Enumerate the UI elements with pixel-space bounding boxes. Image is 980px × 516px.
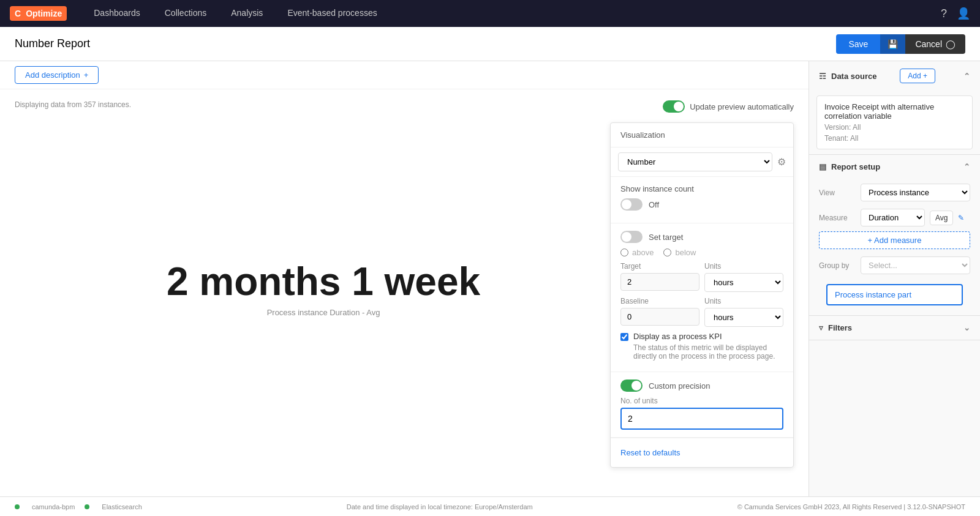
filter-icon: ▿ — [819, 323, 823, 332]
big-number-subtitle: Process instance Duration - Avg — [167, 308, 480, 317]
kpi-desc: The status of this metric will be displa… — [633, 343, 783, 361]
nav-item-analysis[interactable]: Analysis — [219, 0, 275, 27]
target-units-group: Units hours minutes days weeks months — [704, 262, 783, 292]
below-radio-label[interactable]: below — [663, 248, 696, 257]
show-instance-count-section: Show instance count Off — [611, 177, 793, 223]
data-source-version: Version: All — [824, 123, 965, 132]
set-target-label: Set target — [649, 233, 683, 242]
nav-item-collections[interactable]: Collections — [153, 0, 219, 27]
footer-copyright: © Camunda Services GmbH 2023, All Rights… — [737, 503, 965, 510]
process-instance-part-button[interactable]: Process instance part — [826, 284, 963, 305]
report-title-input[interactable] — [15, 37, 836, 50]
footer-timezone: Date and time displayed in local timezon… — [142, 503, 737, 510]
auto-update-toggle[interactable] — [663, 100, 685, 113]
above-radio[interactable] — [620, 249, 628, 256]
target-value-group: Target — [620, 262, 699, 292]
filters-chevron-icon: ⌄ — [963, 323, 970, 332]
top-navigation: C Optimize Dashboards Collections Analys… — [0, 0, 980, 27]
set-target-section: Set target above below Target — [611, 223, 793, 372]
filters-header[interactable]: ▿ Filters ⌄ — [809, 316, 980, 340]
group-by-select[interactable]: Select... — [861, 256, 970, 274]
report-setup-label: Report setup — [831, 162, 880, 171]
baseline-input-row: Baseline Units hours minutes days weeks … — [620, 297, 783, 327]
above-radio-label[interactable]: above — [620, 248, 654, 257]
auto-update-label: Update preview automatically — [690, 102, 794, 111]
measure-label: Measure — [819, 214, 856, 222]
viz-panel-header: Visualization — [611, 123, 793, 148]
help-icon[interactable]: ? — [941, 7, 947, 20]
edit-aggregation-icon[interactable]: ✎ — [958, 214, 964, 222]
custom-precision-section: Custom precision No. of units — [611, 372, 793, 438]
precision-toggle-row: Custom precision — [620, 380, 783, 392]
status-dot-2 — [85, 504, 89, 509]
add-data-source-button[interactable]: Add + — [900, 69, 935, 83]
aggregation-button[interactable]: Avg — [930, 211, 953, 225]
group-by-label: Group by — [819, 261, 856, 270]
target-label: Target — [620, 262, 699, 271]
no-units-input[interactable] — [620, 408, 783, 430]
measure-row: Measure Duration Frequency Percentage Av… — [819, 209, 970, 226]
data-source-tenant: Tenant: All — [824, 134, 965, 143]
measure-select[interactable]: Duration Frequency Percentage — [861, 209, 925, 226]
save-icon-button[interactable]: 💾 — [880, 34, 905, 54]
header-actions: Save 💾 Cancel ◯ — [836, 34, 965, 54]
data-source-name: Invoice Receipt with alternative correla… — [824, 102, 965, 121]
report-header: Save 💾 Cancel ◯ — [0, 27, 980, 61]
visualization-type-select[interactable]: Number Bar chart Line chart Pie chart Ta… — [618, 152, 772, 171]
target-value-input[interactable] — [620, 273, 699, 291]
target-units-select[interactable]: hours minutes days weeks months — [704, 273, 783, 292]
add-measure-button[interactable]: + Add measure — [819, 231, 970, 249]
data-source-section: ☶ Data source Add + ⌃ Invoice Receipt wi… — [809, 61, 980, 155]
app-footer: camunda-bpm Elasticsearch Date and time … — [0, 496, 980, 516]
data-source-chevron-icon: ⌃ — [963, 72, 970, 81]
data-source-card: Invoice Receipt with alternative correla… — [816, 95, 973, 149]
view-select[interactable]: Process instance Flow node User task Var… — [861, 184, 970, 201]
group-by-row: Group by Select... — [819, 256, 970, 274]
view-label: View — [819, 189, 856, 197]
reset-defaults-button[interactable]: Reset to defaults — [620, 443, 783, 462]
baseline-value-input[interactable] — [620, 308, 699, 326]
show-instance-count-toggle[interactable] — [620, 198, 643, 211]
report-setup-content: View Process instance Flow node User tas… — [809, 179, 980, 315]
add-description-button[interactable]: Add description + — [15, 66, 99, 84]
visualization-panel: Visualization Number Bar chart Line char… — [610, 122, 794, 468]
save-button[interactable]: Save — [836, 34, 880, 54]
report-setup-chevron-icon: ⌃ — [963, 162, 970, 171]
baseline-units-select[interactable]: hours minutes days weeks months — [704, 308, 783, 327]
report-setup-header[interactable]: ▤ Report setup ⌃ — [809, 155, 980, 179]
big-number-display: 2 months 1 week Process instance Duratio… — [167, 260, 480, 317]
custom-precision-toggle[interactable] — [620, 380, 643, 392]
target-units-label: Units — [704, 262, 783, 271]
baseline-label: Baseline — [620, 297, 699, 305]
canvas-top-bar: Add description + — [0, 61, 809, 89]
nav-item-dashboards[interactable]: Dashboards — [81, 0, 153, 27]
right-panel: ☶ Data source Add + ⌃ Invoice Receipt wi… — [809, 61, 980, 516]
main-layout: Add description + Displaying data from 3… — [0, 61, 980, 516]
filters-label: Filters — [828, 323, 852, 332]
set-target-toggle[interactable] — [620, 231, 643, 243]
above-below-row: above below — [620, 248, 783, 257]
chart-icon: ▤ — [819, 162, 826, 171]
instances-info: Displaying data from 357 instances. — [15, 100, 131, 109]
below-radio[interactable] — [663, 249, 671, 256]
viz-settings-icon[interactable]: ⚙ — [777, 156, 786, 168]
no-units-label: No. of units — [620, 397, 783, 405]
view-row: View Process instance Flow node User tas… — [819, 184, 970, 201]
app-logo[interactable]: C Optimize — [10, 6, 67, 21]
show-instance-count-value: Off — [649, 200, 659, 209]
data-source-header[interactable]: ☶ Data source Add + ⌃ — [809, 61, 980, 91]
big-number-value: 2 months 1 week — [167, 260, 480, 303]
kpi-checkbox[interactable] — [620, 333, 628, 341]
user-icon[interactable]: 👤 — [957, 7, 970, 20]
database-icon: ☶ — [819, 72, 826, 81]
report-setup-section: ▤ Report setup ⌃ View Process instance F… — [809, 155, 980, 316]
status-label-2: Elasticsearch — [102, 503, 141, 510]
cancel-button[interactable]: Cancel ◯ — [905, 34, 965, 54]
auto-update-toggle-area: Update preview automatically — [663, 100, 794, 113]
nav-icons-group: ? 👤 — [941, 7, 970, 20]
target-input-row: Target Units hours minutes days weeks mo… — [620, 262, 783, 292]
nav-item-event-based[interactable]: Event-based processes — [275, 0, 389, 27]
reset-section: Reset to defaults — [611, 438, 793, 467]
kpi-label: Display as a process KPI — [633, 332, 783, 341]
data-source-label: Data source — [831, 72, 876, 81]
